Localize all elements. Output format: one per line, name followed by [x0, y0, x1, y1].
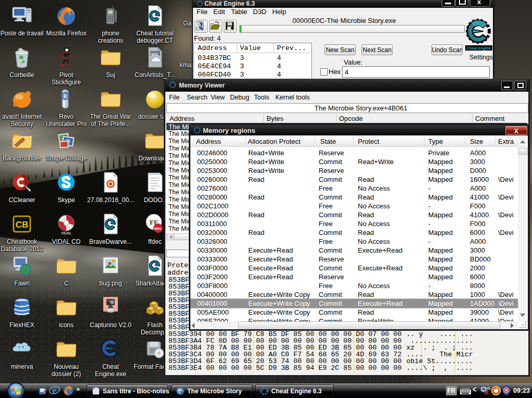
svg-text:VIDAL: VIDAL [61, 231, 71, 235]
svg-text:CB: CB [16, 220, 29, 230]
svg-text:dec: dec [154, 226, 162, 231]
svg-text:R: R [63, 93, 67, 99]
svg-text:Cheat Engine: Cheat Engine [466, 46, 491, 51]
svg-text:SOL: SOL [151, 53, 159, 56]
